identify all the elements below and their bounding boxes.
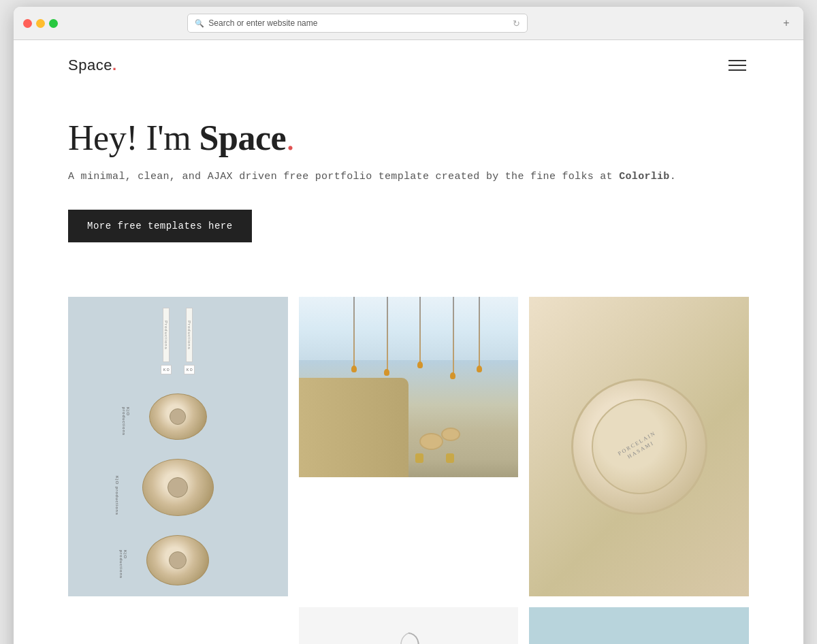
website-content: Space. Hey! I'm Space. A minimal, clean,…	[14, 40, 803, 644]
close-button[interactable]	[23, 19, 32, 28]
hamburger-line-2	[728, 65, 746, 66]
portfolio-grid: Productions K O Productions	[68, 297, 749, 644]
maximize-button[interactable]	[49, 19, 58, 28]
hamburger-line-1	[728, 60, 746, 61]
portfolio-section: Productions K O Productions	[14, 283, 803, 644]
ceramic-plate: PORCELAINHASAMI	[571, 379, 707, 515]
portfolio-image-5	[529, 607, 749, 644]
hero-heading-dot: .	[286, 118, 295, 157]
address-text: Search or enter website name	[208, 18, 509, 28]
hero-subtitle: A minimal, clean, and AJAX driven free p…	[68, 169, 749, 185]
refresh-icon[interactable]: ↻	[513, 18, 520, 29]
hamburger-line-3	[728, 69, 746, 71]
browser-traffic-lights	[23, 19, 58, 28]
portfolio-image-3	[299, 607, 519, 644]
cta-button[interactable]: More free templates here	[68, 210, 252, 242]
new-tab-button[interactable]: +	[779, 16, 794, 31]
portfolio-item-1[interactable]: Productions K O Productions	[68, 297, 288, 644]
hero-subtitle-end: .	[670, 171, 676, 182]
hero-heading: Hey! I'm Space.	[68, 118, 749, 158]
menu-icon[interactable]	[726, 57, 749, 74]
hero-subtitle-text: A minimal, clean, and AJAX driven free p…	[68, 171, 619, 182]
site-header: Space.	[14, 40, 803, 91]
logo-text: Space	[68, 57, 112, 74]
logo-dot: .	[112, 57, 117, 74]
browser-chrome: 🔍 Search or enter website name ↻ +	[14, 7, 803, 40]
portfolio-image-4: PORCELAINHASAMI	[529, 297, 749, 596]
minimize-button[interactable]	[36, 19, 45, 28]
wire-sketch-svg	[364, 626, 453, 645]
address-bar[interactable]: 🔍 Search or enter website name ↻	[187, 14, 528, 33]
hero-subtitle-brand: Colorlib	[619, 171, 669, 182]
site-logo: Space.	[68, 57, 117, 74]
portfolio-image-2	[299, 297, 519, 477]
portfolio-item-2[interactable]	[299, 297, 519, 596]
portfolio-item-5[interactable]	[529, 607, 749, 644]
portfolio-item-3[interactable]	[299, 607, 519, 644]
browser-window: 🔍 Search or enter website name ↻ + Space…	[14, 7, 803, 644]
hero-heading-pre: Hey! I'm	[68, 118, 199, 157]
hero-heading-brand: Space	[199, 118, 287, 157]
portfolio-image-1: Productions K O Productions	[68, 297, 288, 596]
search-icon: 🔍	[195, 19, 204, 28]
ceramic-text: PORCELAINHASAMI	[617, 430, 662, 464]
portfolio-item-4[interactable]: PORCELAINHASAMI	[529, 297, 749, 596]
ceramic-inner: PORCELAINHASAMI	[592, 399, 687, 494]
hero-section: Hey! I'm Space. A minimal, clean, and AJ…	[14, 91, 803, 283]
